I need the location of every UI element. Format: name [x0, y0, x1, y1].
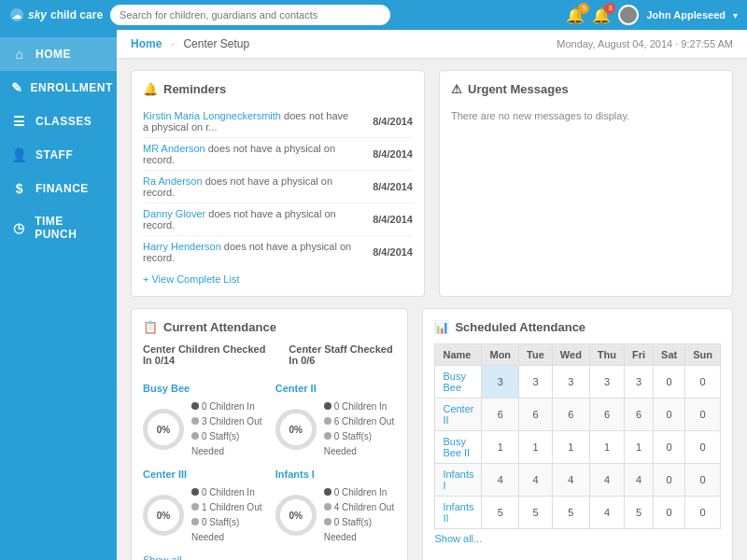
cell-2-tue: 1 — [519, 431, 553, 464]
col-name: Name — [435, 344, 482, 366]
svg-text:☁: ☁ — [12, 10, 21, 21]
sidebar-label-finance: Finance — [35, 182, 89, 195]
sidebar-label-staff: Staff — [35, 148, 73, 161]
card-title-center3: Center III — [143, 469, 264, 480]
notification-bell-icon[interactable]: 🔔 5 — [566, 7, 585, 24]
table-row: Center II6666600 — [435, 399, 721, 431]
reminder-name-1[interactable]: MR Anderson — [143, 143, 205, 154]
sidebar-item-home[interactable]: ⌂ Home — [0, 37, 117, 71]
layout: ⌂ Home ✎ Enrollment ☰ Classes 👤 Staff $ … — [0, 30, 747, 560]
no-messages-text: There are no new messages to display. — [451, 105, 721, 126]
sidebar-item-staff[interactable]: 👤 Staff — [0, 138, 117, 172]
timepunch-icon: ◷ — [11, 220, 27, 235]
cell-2-name[interactable]: Busy Bee II — [435, 431, 482, 464]
sidebar-item-finance[interactable]: $ Finance — [0, 172, 117, 205]
cell-4-sat: 0 — [654, 497, 685, 529]
alert-bell-icon[interactable]: 🔔 3 — [592, 7, 611, 24]
attendance-row-1: Busy Bee 0% 0 Children In 3 Children Out… — [143, 383, 396, 459]
cell-3-mon: 4 — [482, 464, 519, 497]
cell-2-wed: 1 — [552, 431, 589, 464]
cell-1-tue: 6 — [519, 399, 553, 431]
attendance-card-infants1: Infants I 0% 0 Children In 4 Children Ou… — [275, 469, 397, 545]
attendance-card-center3: Center III 0% 0 Children In 1 Children O… — [143, 469, 264, 545]
sidebar-item-timepunch[interactable]: ◷ Time Punch — [0, 205, 117, 250]
breadcrumb-bar: Home · Center Setup Monday, August 04, 2… — [117, 30, 747, 59]
dot-staff3-icon — [191, 518, 199, 525]
cell-2-mon: 1 — [482, 431, 519, 464]
home-icon: ⌂ — [11, 47, 28, 62]
warning-icon: ⚠ — [451, 82, 462, 96]
reminder-name-3[interactable]: Danny Glover — [143, 208, 205, 219]
cell-2-fri: 1 — [625, 431, 654, 464]
scheduled-attendance-show-all[interactable]: Show all... — [434, 533, 721, 544]
logo-icon: ☁ — [9, 7, 24, 22]
donut-infants1: 0% — [275, 495, 317, 536]
donut-center3: 0% — [143, 495, 184, 536]
reminder-row-3: Danny Glover does not have a physical on… — [143, 203, 413, 236]
attendance-row-2: Center III 0% 0 Children In 1 Children O… — [143, 469, 396, 545]
reminder-name-0[interactable]: Kirstin Maria Longneckersmith — [143, 110, 281, 121]
bottom-section: 📋 Current Attendance Center Children Che… — [131, 308, 733, 560]
col-wed: Wed — [552, 344, 589, 366]
sidebar-label-classes: Classes — [35, 115, 92, 128]
cell-1-wed: 6 — [552, 399, 589, 431]
dot-staff4-icon — [324, 518, 331, 525]
bell-icon: 🔔 — [143, 82, 158, 96]
urgent-messages-section: ⚠ Urgent Messages There are no new messa… — [439, 70, 733, 297]
classes-icon: ☰ — [11, 114, 28, 129]
scheduled-attendance-title: 📊 Scheduled Attendance — [434, 320, 721, 334]
reminder-name-4[interactable]: Harry Henderson — [143, 241, 221, 252]
cell-3-sun: 0 — [685, 464, 721, 497]
cell-4-name[interactable]: Infants II — [435, 497, 482, 529]
cell-3-name[interactable]: Infants I — [435, 464, 482, 497]
cell-0-sat: 0 — [654, 366, 685, 399]
logo: ☁ sky child care — [9, 7, 103, 22]
col-thu: Thu — [589, 344, 624, 366]
avatar[interactable] — [618, 5, 639, 25]
center-staff-label: Center Staff Checked In 0/6 — [289, 343, 396, 366]
current-attendance-show-all[interactable]: Show all... — [143, 554, 396, 560]
sidebar-item-enrollment[interactable]: ✎ Enrollment — [0, 71, 117, 105]
col-tue: Tue — [519, 344, 553, 366]
reminder-date-1: 8/4/2014 — [357, 148, 413, 160]
dot-staff-icon — [191, 432, 199, 440]
cell-1-mon: 6 — [482, 399, 519, 431]
donut-stats-infants1: 0 Children In 4 Children Out 0 Staff(s) … — [324, 485, 397, 545]
col-sun: Sun — [685, 344, 721, 366]
topbar: ☁ sky child care 🔔 5 🔔 3 John Appleseed … — [0, 0, 747, 30]
search-input[interactable] — [110, 5, 390, 25]
cell-0-mon: 3 — [482, 366, 519, 399]
sidebar-label-timepunch: Time Punch — [35, 215, 106, 241]
dot-staff2-icon — [324, 432, 331, 440]
dot-dark3-icon — [191, 488, 199, 496]
reminder-row-4: Harry Henderson does not have a physical… — [143, 236, 413, 268]
reminders-list: Kirstin Maria Longneckersmith does not h… — [143, 105, 413, 268]
donut-wrapper-infants1: 0% 0 Children In 4 Children Out 0 Staff(… — [275, 485, 397, 545]
donut-center2: 0% — [275, 409, 317, 450]
cell-0-name[interactable]: Busy Bee — [435, 366, 482, 399]
table-row: Infants II5554500 — [435, 497, 721, 529]
content-area: 🔔 Reminders Kirstin Maria Longneckersmit… — [117, 59, 747, 560]
breadcrumb-center-setup[interactable]: Center Setup — [183, 37, 249, 50]
notification-badge-2: 3 — [604, 3, 615, 14]
cell-1-name[interactable]: Center II — [435, 399, 482, 431]
table-header-row: Name Mon Tue Wed Thu Fri Sat Sun — [435, 344, 721, 366]
cell-0-fri: 3 — [625, 366, 654, 399]
reminder-name-2[interactable]: Ra Anderson — [143, 175, 203, 187]
breadcrumb: Home · Center Setup — [131, 37, 249, 50]
dot-light3-icon — [191, 503, 199, 511]
cell-3-sat: 0 — [654, 464, 685, 497]
top-section: 🔔 Reminders Kirstin Maria Longneckersmit… — [131, 70, 733, 308]
cell-1-sat: 0 — [654, 399, 685, 431]
sidebar-item-classes[interactable]: ☰ Classes — [0, 105, 117, 138]
enrollment-icon: ✎ — [11, 80, 23, 95]
dot-light-icon — [191, 417, 199, 425]
chart-icon: 📊 — [434, 320, 449, 334]
dot-light2-icon — [324, 417, 331, 425]
dot-light4-icon — [324, 503, 331, 511]
dropdown-arrow-icon[interactable]: ▾ — [733, 10, 738, 21]
reminder-row-0: Kirstin Maria Longneckersmith does not h… — [143, 105, 413, 138]
breadcrumb-home[interactable]: Home — [131, 37, 162, 50]
view-complete-link[interactable]: + View Complete List — [143, 273, 413, 285]
reminders-section: 🔔 Reminders Kirstin Maria Longneckersmit… — [131, 70, 425, 297]
